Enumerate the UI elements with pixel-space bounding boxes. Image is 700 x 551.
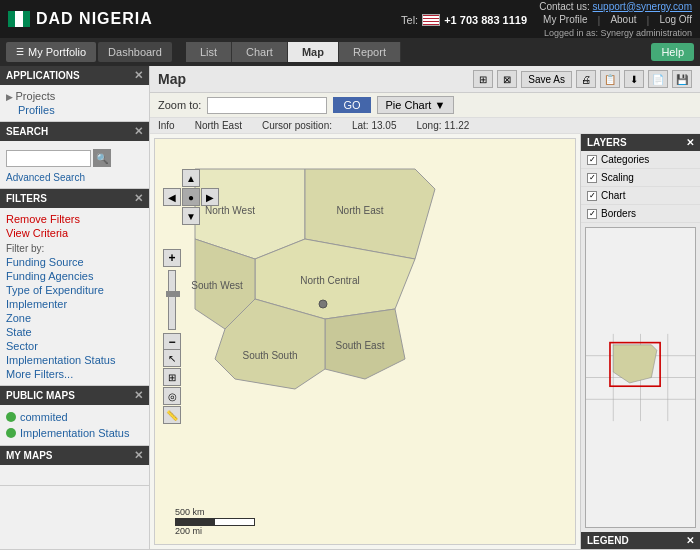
layer-chart[interactable]: ✓ Chart bbox=[581, 187, 700, 205]
applications-section: APPLICATIONS ✕ Projects Profiles bbox=[0, 66, 149, 122]
legend-close[interactable]: ✕ bbox=[686, 535, 694, 546]
map-content: North West North East North Central Sout… bbox=[150, 134, 700, 549]
filter-funding-source[interactable]: Funding Source bbox=[6, 255, 143, 269]
public-maps-close[interactable]: ✕ bbox=[134, 389, 143, 402]
layer-scaling-check[interactable]: ✓ bbox=[587, 173, 597, 183]
zoom-input[interactable] bbox=[207, 97, 327, 114]
toolbar-icon-4[interactable]: ⬇ bbox=[624, 70, 644, 88]
about-link[interactable]: About bbox=[610, 14, 636, 25]
tab-report[interactable]: Report bbox=[339, 42, 401, 62]
region-label: North East bbox=[195, 120, 242, 131]
impl-status-link[interactable]: Implementation Status bbox=[20, 427, 129, 439]
nav-tabs: List Chart Map Report bbox=[186, 42, 401, 62]
zoom-slider[interactable] bbox=[168, 270, 176, 330]
my-profile-link[interactable]: My Profile bbox=[543, 14, 587, 25]
save-as-button[interactable]: Save As bbox=[521, 71, 572, 88]
contact-label: Contact us: bbox=[539, 1, 590, 12]
filter-type-expenditure[interactable]: Type of Expenditure bbox=[6, 283, 143, 297]
profiles-link[interactable]: Profiles bbox=[18, 103, 143, 117]
svg-text:South West: South West bbox=[191, 280, 243, 291]
committed-link[interactable]: commited bbox=[20, 411, 68, 423]
green-dot-icon bbox=[6, 412, 16, 422]
view-criteria-link[interactable]: View Criteria bbox=[6, 226, 143, 240]
filter-sector[interactable]: Sector bbox=[6, 339, 143, 353]
toolbar-icon-5[interactable]: 📄 bbox=[648, 70, 668, 88]
header: DAD NIGERIA Contact us: support@synergy.… bbox=[0, 0, 700, 38]
logoff-link[interactable]: Log Off bbox=[659, 14, 692, 25]
map-controls: Zoom to: GO Pie Chart ▼ bbox=[150, 93, 700, 118]
toolbar-print[interactable]: 🖨 bbox=[576, 70, 596, 88]
svg-text:South East: South East bbox=[336, 340, 385, 351]
header-contact: Contact us: support@synergy.com Tel: +1 … bbox=[401, 1, 692, 38]
nav-down[interactable]: ▼ bbox=[182, 207, 200, 225]
search-header: SEARCH ✕ bbox=[0, 122, 149, 141]
zoom-select-tool[interactable]: ⊞ bbox=[163, 368, 181, 386]
tab-map[interactable]: Map bbox=[288, 42, 339, 62]
info-label: Info bbox=[158, 120, 175, 131]
public-maps-header: PUBLIC MAPS ✕ bbox=[0, 386, 149, 405]
svg-point-6 bbox=[319, 300, 327, 308]
public-maps-section: PUBLIC MAPS ✕ commited Implementation St… bbox=[0, 386, 149, 446]
contact-email[interactable]: support@synergy.com bbox=[593, 1, 692, 12]
search-input[interactable] bbox=[6, 150, 91, 167]
search-content: 🔍 Advanced Search bbox=[0, 141, 149, 188]
my-maps-close[interactable]: ✕ bbox=[134, 449, 143, 462]
us-flag-icon bbox=[422, 14, 440, 26]
main-content: APPLICATIONS ✕ Projects Profiles SEARCH … bbox=[0, 66, 700, 549]
search-box: 🔍 bbox=[6, 149, 143, 167]
nav-left[interactable]: ◀ bbox=[163, 188, 181, 206]
layer-borders[interactable]: ✓ Borders bbox=[581, 205, 700, 223]
search-button[interactable]: 🔍 bbox=[93, 149, 111, 167]
remove-filters-link[interactable]: Remove Filters bbox=[6, 212, 143, 226]
dashboard-btn[interactable]: Dashboard bbox=[98, 42, 172, 62]
layer-categories[interactable]: ✓ Categories bbox=[581, 151, 700, 169]
layer-chart-check[interactable]: ✓ bbox=[587, 191, 597, 201]
minimap-svg bbox=[586, 228, 695, 527]
filter-state[interactable]: State bbox=[6, 325, 143, 339]
select-tool[interactable]: ↖ bbox=[163, 349, 181, 367]
green-dot-icon-2 bbox=[6, 428, 16, 438]
measure-tool[interactable]: 📏 bbox=[163, 406, 181, 424]
layers-close[interactable]: ✕ bbox=[686, 137, 694, 148]
filter-implementation-status[interactable]: Implementation Status bbox=[6, 353, 143, 367]
layer-borders-check[interactable]: ✓ bbox=[587, 209, 597, 219]
filter-more[interactable]: More Filters... bbox=[6, 367, 143, 381]
cursor-label: Cursor position: bbox=[262, 120, 332, 131]
layer-scaling[interactable]: ✓ Scaling bbox=[581, 169, 700, 187]
tel-label: Tel: bbox=[401, 14, 418, 26]
scale-500km: 500 km bbox=[175, 507, 255, 517]
zoom-in-btn[interactable]: + bbox=[163, 249, 181, 267]
filter-funding-agencies[interactable]: Funding Agencies bbox=[6, 269, 143, 283]
toolbar-icon-1[interactable]: ⊞ bbox=[473, 70, 493, 88]
toolbar-icon-6[interactable]: 💾 bbox=[672, 70, 692, 88]
filters-close[interactable]: ✕ bbox=[134, 192, 143, 205]
buffer-tool[interactable]: ◎ bbox=[163, 387, 181, 405]
map-info-bar: Info North East Cursor position: Lat: 13… bbox=[150, 118, 700, 134]
toolbar-icon-3[interactable]: 📋 bbox=[600, 70, 620, 88]
search-close[interactable]: ✕ bbox=[134, 125, 143, 138]
projects-link[interactable]: Projects bbox=[6, 89, 143, 103]
zoom-handle[interactable] bbox=[166, 291, 180, 297]
help-button[interactable]: Help bbox=[651, 43, 694, 61]
layers-panel: LAYERS ✕ ✓ Categories ✓ Scaling ✓ Chart … bbox=[580, 134, 700, 549]
toolbar-icon-2[interactable]: ⊠ bbox=[497, 70, 517, 88]
nav-up[interactable]: ▲ bbox=[182, 169, 200, 187]
my-maps-section: MY MAPS ✕ bbox=[0, 446, 149, 486]
portfolio-btn[interactable]: ☰ My Portfolio bbox=[6, 42, 96, 62]
applications-close[interactable]: ✕ bbox=[134, 69, 143, 82]
logo-area: DAD NIGERIA bbox=[8, 10, 153, 28]
go-button[interactable]: GO bbox=[333, 97, 370, 113]
nav-center[interactable]: ● bbox=[182, 188, 200, 206]
nigeria-map-svg: North West North East North Central Sout… bbox=[175, 149, 495, 419]
tab-list[interactable]: List bbox=[186, 42, 232, 62]
filter-implementer[interactable]: Implementer bbox=[6, 297, 143, 311]
pie-chart-button[interactable]: Pie Chart ▼ bbox=[377, 96, 455, 114]
advanced-search-link[interactable]: Advanced Search bbox=[6, 171, 143, 184]
layer-categories-check[interactable]: ✓ bbox=[587, 155, 597, 165]
nav-right[interactable]: ▶ bbox=[201, 188, 219, 206]
tab-chart[interactable]: Chart bbox=[232, 42, 288, 62]
map-viewport[interactable]: North West North East North Central Sout… bbox=[154, 138, 576, 545]
my-maps-header: MY MAPS ✕ bbox=[0, 446, 149, 465]
filter-zone[interactable]: Zone bbox=[6, 311, 143, 325]
sidebar: APPLICATIONS ✕ Projects Profiles SEARCH … bbox=[0, 66, 150, 549]
